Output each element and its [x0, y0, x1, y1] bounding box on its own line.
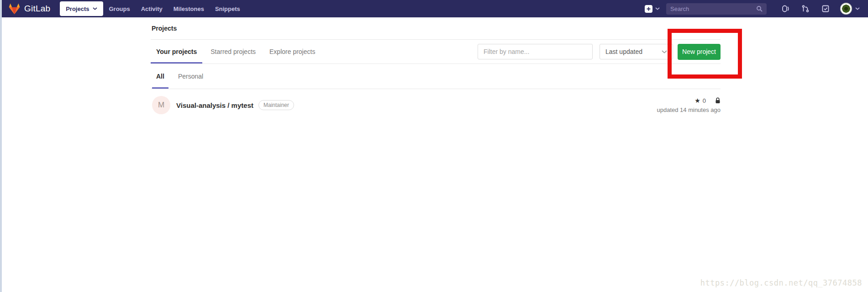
- breadcrumb: Projects: [151, 17, 721, 40]
- gitlab-tanuki-logo-icon[interactable]: [8, 3, 21, 15]
- project-meta: ★ 0 updated 14 minutes ago: [657, 97, 721, 113]
- project-name-link[interactable]: Visual-analysis / mytest: [176, 101, 253, 109]
- sort-dropdown-value: Last updated: [605, 48, 642, 55]
- nav-item-snippets[interactable]: Snippets: [215, 5, 240, 12]
- star-icon: ★: [694, 97, 700, 104]
- project-list-item[interactable]: M Visual-analysis / mytest Maintainer ★ …: [151, 89, 721, 122]
- nav-item-groups[interactable]: Groups: [109, 5, 130, 12]
- navbar-right: [645, 3, 860, 15]
- plus-icon[interactable]: [645, 5, 652, 13]
- user-avatar[interactable]: [840, 3, 852, 15]
- search-box: [666, 3, 767, 15]
- top-navbar: GitLab Projects Groups Activity Mileston…: [0, 0, 868, 17]
- tab-starred-projects[interactable]: Starred projects: [205, 40, 261, 64]
- private-lock-icon: [715, 97, 721, 104]
- project-meta-stats: ★ 0: [657, 97, 721, 104]
- todos-icon[interactable]: [821, 5, 830, 13]
- breadcrumb-projects[interactable]: Projects: [152, 25, 177, 32]
- nav-item-projects-label: Projects: [66, 5, 89, 12]
- navbar-left: GitLab Projects Groups Activity Mileston…: [5, 0, 246, 17]
- nav-item-activity[interactable]: Activity: [141, 5, 163, 12]
- role-badge: Maintainer: [258, 100, 294, 110]
- projects-tabs: Your projects Starred projects Explore p…: [151, 40, 323, 64]
- sort-dropdown[interactable]: Last updated: [600, 44, 673, 59]
- issues-icon[interactable]: [781, 5, 789, 13]
- project-avatar-letter: M: [158, 101, 164, 110]
- merge-request-icon[interactable]: [801, 5, 810, 13]
- brand-wordmark[interactable]: GitLab: [24, 4, 50, 14]
- watermark-text: https://blog.csdn.net/qq_37674858: [700, 278, 862, 287]
- search-input[interactable]: [670, 5, 756, 12]
- chevron-down-icon: [662, 50, 667, 53]
- projects-toolbar: Your projects Starred projects Explore p…: [151, 40, 721, 64]
- user-menu-chevron-down-icon[interactable]: [855, 7, 860, 10]
- star-count: 0: [703, 97, 706, 104]
- scope-tab-all[interactable]: All: [152, 64, 168, 89]
- projects-page: Projects Your projects Starred projects …: [151, 17, 721, 122]
- tab-your-projects[interactable]: Your projects: [151, 40, 202, 64]
- scope-filter-tabs: All Personal: [151, 64, 721, 89]
- project-avatar[interactable]: M: [152, 96, 170, 114]
- project-updated-timestamp: updated 14 minutes ago: [657, 106, 721, 113]
- plus-menu-chevron-down-icon[interactable]: [655, 7, 660, 10]
- filter-by-name-input[interactable]: [478, 44, 593, 59]
- chevron-down-icon: [93, 7, 97, 10]
- nav-item-projects[interactable]: Projects: [60, 1, 103, 16]
- scope-tab-personal[interactable]: Personal: [174, 64, 207, 89]
- tab-explore-projects[interactable]: Explore projects: [264, 40, 321, 64]
- search-icon: [756, 5, 763, 12]
- new-project-button[interactable]: New project: [678, 44, 721, 60]
- project-info: Visual-analysis / mytest Maintainer: [176, 100, 294, 110]
- window-edge-strip: [0, 0, 2, 292]
- toolbar-controls: Last updated New project: [478, 40, 721, 64]
- nav-item-milestones[interactable]: Milestones: [174, 5, 204, 12]
